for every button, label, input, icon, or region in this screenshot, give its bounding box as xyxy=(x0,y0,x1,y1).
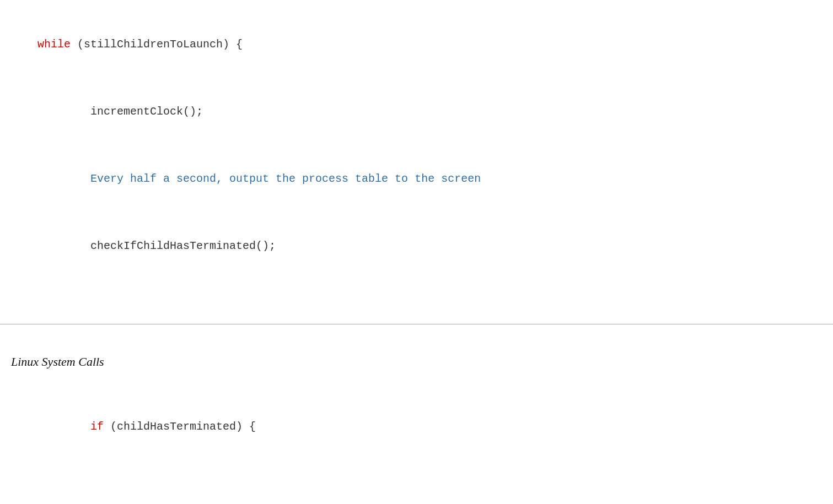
check-terminated-call: checkIfChildHasTerminated(); xyxy=(37,240,276,252)
section-label: Linux System Calls xyxy=(0,324,833,388)
code-line-while: while (stillChildrenToLaunch) { xyxy=(0,11,833,78)
if-keyword: if xyxy=(90,420,104,433)
if-condition: (childHasTerminated) { xyxy=(104,420,256,433)
code-line-comment: Every half a second, output the process … xyxy=(0,145,833,213)
code-line-increment: incrementClock(); xyxy=(0,78,833,145)
while-condition: (stillChildrenToLaunch) { xyxy=(71,38,243,51)
while-keyword: while xyxy=(37,38,71,51)
code-line-if: if (childHasTerminated) { xyxy=(0,393,833,460)
code-line-check: checkIfChildHasTerminated(); xyxy=(0,213,833,280)
comment-every-half: Every half a second, output the process … xyxy=(37,172,481,185)
if-indent xyxy=(37,420,90,433)
top-code-block: while (stillChildrenToLaunch) { incremen… xyxy=(0,0,833,302)
increment-clock-call: incrementClock(); xyxy=(37,105,203,118)
bottom-code-block: if (childHasTerminated) { xyxy=(0,388,833,472)
